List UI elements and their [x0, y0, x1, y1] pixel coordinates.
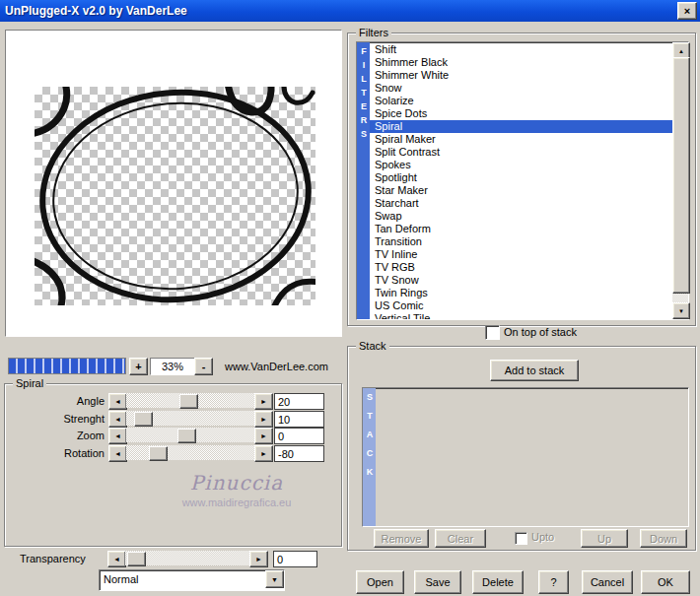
angle-slider-thumb[interactable] — [179, 394, 198, 409]
zoom-slider-track[interactable] — [126, 428, 254, 442]
on-top-of-stack-label[interactable]: On top of stack — [504, 326, 577, 339]
spiral-group: Spiral Angle ◄ ► 20 Strenght ◄ ► 10 Zoom… — [4, 383, 342, 547]
filters-vertical-label: FILTERS — [357, 42, 370, 319]
angle-increment-icon[interactable]: ► — [254, 393, 273, 410]
filters-list-items: ShiftShimmer BlackShimmer WhiteSnowSolar… — [370, 43, 672, 319]
transparency-value[interactable]: 0 — [273, 551, 317, 567]
filter-list-item[interactable]: TV Inline — [370, 248, 672, 261]
remove-button[interactable]: Remove — [374, 529, 429, 548]
zoom-level-bar — [8, 358, 126, 374]
rotation-slider-track[interactable] — [126, 445, 254, 460]
filter-list-item[interactable]: TV RGB — [370, 261, 672, 274]
rotation-label: Rotation — [5, 445, 105, 461]
filter-list-item[interactable]: Snow — [370, 82, 672, 95]
filter-list-item[interactable]: Shift — [370, 43, 672, 56]
zoom-slider-thumb[interactable] — [177, 429, 196, 443]
window-title: UnPlugged-X v2.0 by VanDerLee — [0, 4, 677, 18]
filter-list-item[interactable]: Spokes — [370, 159, 672, 171]
zoom-param-value[interactable]: 0 — [274, 428, 324, 444]
filter-list-item[interactable]: Vertical Tile — [370, 312, 672, 319]
filters-group: Filters FILTERS ShiftShimmer BlackShimme… — [347, 33, 696, 326]
transparency-label: Transparency — [20, 551, 105, 566]
filter-list-item[interactable]: Shimmer White — [370, 69, 672, 82]
filter-list-item[interactable]: Swap — [370, 210, 672, 223]
filter-list-item[interactable]: US Comic — [370, 299, 672, 312]
filter-list-item[interactable]: TV Snow — [370, 274, 672, 287]
filter-list-item[interactable]: Tan Deform — [370, 223, 672, 235]
unplugged-x-dialog: UnPlugged-X v2.0 by VanDerLee × + 33% - … — [0, 0, 700, 596]
strenght-slider-row: Strenght ◄ ► 10 — [5, 411, 341, 427]
on-top-of-stack-checkbox[interactable] — [485, 325, 500, 340]
cancel-button[interactable]: Cancel — [582, 570, 633, 594]
delete-button[interactable]: Delete — [472, 570, 524, 594]
stack-group-title: Stack — [356, 340, 389, 353]
filter-list-item[interactable]: Split Contrast — [370, 146, 672, 159]
transparency-slider-row: Transparency ◄ ► 0 — [4, 551, 340, 566]
dropdown-arrow-icon[interactable]: ▼ — [265, 570, 284, 588]
strenght-slider-track[interactable] — [126, 411, 254, 426]
stack-list[interactable]: STACK — [362, 387, 689, 527]
transparency-decrement-icon[interactable]: ◄ — [107, 551, 126, 567]
zoom-in-button[interactable]: + — [129, 358, 148, 375]
angle-slider-track[interactable] — [126, 393, 254, 408]
filters-group-title: Filters — [356, 27, 391, 39]
upto-checkbox[interactable] — [515, 532, 527, 545]
scrollbar-thumb[interactable] — [672, 57, 690, 294]
filters-list: FILTERS ShiftShimmer BlackShimmer WhiteS… — [356, 41, 689, 320]
upto-label: Upto — [531, 531, 554, 544]
angle-decrement-icon[interactable]: ◄ — [108, 393, 127, 410]
add-to-stack-button[interactable]: Add to stack — [490, 360, 579, 381]
filter-list-item[interactable]: Starchart — [370, 197, 672, 210]
strenght-slider-thumb[interactable] — [134, 412, 153, 427]
spiral-group-title: Spiral — [13, 377, 46, 390]
rotation-slider-row: Rotation ◄ ► -80 — [5, 445, 341, 461]
stack-vertical-label: STACK — [363, 388, 376, 526]
zoom-decrement-icon[interactable]: ◄ — [108, 428, 127, 444]
close-icon[interactable]: × — [677, 2, 697, 20]
scroll-down-icon[interactable]: ▼ — [672, 302, 690, 319]
blend-mode-select[interactable]: Normal ▼ — [99, 569, 285, 591]
up-button[interactable]: Up — [581, 529, 628, 548]
filter-list-item[interactable]: Twin Rings — [370, 287, 672, 299]
preview-image[interactable] — [35, 87, 315, 305]
zoom-increment-icon[interactable]: ► — [254, 428, 273, 444]
down-button[interactable]: Down — [640, 529, 687, 548]
filters-scrollbar[interactable]: ▲ ▼ — [672, 42, 688, 319]
transparency-slider-track[interactable] — [125, 551, 249, 565]
strenght-value[interactable]: 10 — [274, 411, 324, 428]
rotation-decrement-icon[interactable]: ◄ — [108, 445, 127, 462]
filter-list-item[interactable]: Solarize — [370, 95, 672, 107]
rotation-slider-thumb[interactable] — [149, 446, 168, 461]
open-button[interactable]: Open — [356, 570, 404, 594]
help-button[interactable]: ? — [538, 570, 569, 594]
rotation-value[interactable]: -80 — [274, 445, 324, 462]
strenght-increment-icon[interactable]: ► — [254, 411, 273, 428]
stack-group: Stack Add to stack STACK Remove Clear Up… — [347, 346, 696, 551]
filter-list-item[interactable]: Spotlight — [370, 171, 672, 184]
zoom-slider-row: Zoom ◄ ► 0 — [5, 428, 341, 443]
save-button[interactable]: Save — [414, 570, 461, 594]
zoom-value: 33% — [150, 358, 195, 375]
blend-mode-value: Normal — [104, 570, 138, 588]
filter-list-item[interactable]: Shimmer Black — [370, 56, 672, 69]
ok-button[interactable]: OK — [641, 570, 690, 594]
filter-list-item[interactable]: Spiral Maker — [370, 133, 672, 146]
filter-list-item[interactable]: Star Maker — [370, 184, 672, 197]
angle-label: Angle — [5, 393, 105, 409]
vanderlee-link[interactable]: www.VanDerLee.com — [225, 361, 328, 372]
spiral-preview-graphic — [35, 87, 315, 305]
angle-value[interactable]: 20 — [274, 393, 324, 410]
titlebar[interactable]: UnPlugged-X v2.0 by VanDerLee × — [0, 0, 700, 22]
strenght-label: Strenght — [5, 411, 105, 427]
clear-button[interactable]: Clear — [435, 529, 486, 548]
preview-panel — [5, 30, 342, 337]
filter-list-item[interactable]: Spiral — [370, 120, 672, 133]
zoom-label: Zoom — [5, 428, 105, 443]
filter-list-item[interactable]: Transition — [370, 235, 672, 248]
strenght-decrement-icon[interactable]: ◄ — [108, 411, 127, 428]
transparency-increment-icon[interactable]: ► — [249, 551, 268, 567]
rotation-increment-icon[interactable]: ► — [254, 445, 273, 462]
transparency-slider-thumb[interactable] — [127, 552, 146, 566]
zoom-out-button[interactable]: - — [194, 358, 213, 375]
filter-list-item[interactable]: Spice Dots — [370, 107, 672, 120]
